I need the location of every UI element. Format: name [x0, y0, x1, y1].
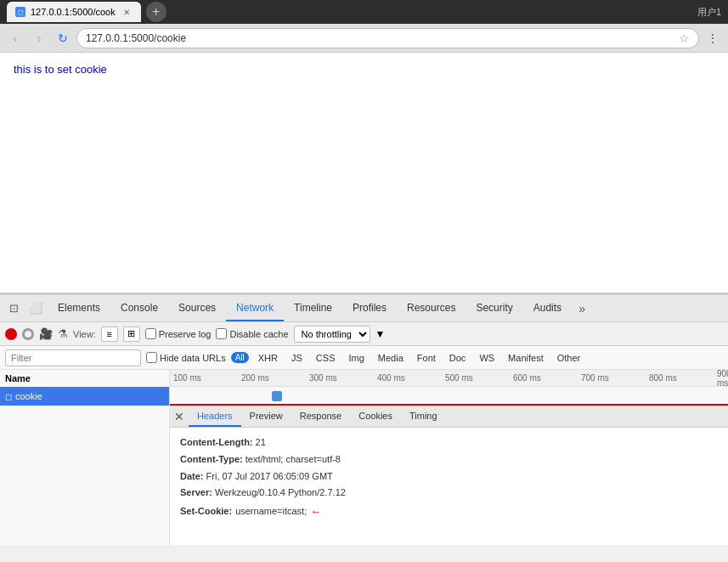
hide-data-urls-label[interactable]: Hide data URLs — [146, 352, 226, 363]
tab-security[interactable]: Security — [466, 295, 522, 321]
tab-audits[interactable]: Audits — [523, 295, 572, 321]
tab-favicon: ◻ — [15, 7, 25, 17]
user-label: 用户1 — [697, 6, 721, 19]
bookmark-button[interactable]: ☆ — [679, 31, 690, 45]
tab-network[interactable]: Network — [226, 295, 284, 321]
devtools-tabbar: ⊡ ⬜ Elements Console Sources Network Tim… — [0, 295, 728, 322]
filter-ws[interactable]: WS — [475, 351, 499, 365]
waterfall-bar-cookie — [170, 387, 728, 406]
waterfall-bar — [272, 391, 282, 401]
tick-800ms: 800 ms — [649, 373, 677, 383]
tab-profiles[interactable]: Profiles — [342, 295, 397, 321]
menu-button[interactable]: ⋮ — [703, 28, 723, 48]
title-bar-left: ◻ 127.0.0.1:5000/cook ✕ + — [7, 2, 166, 22]
detail-tab-preview[interactable]: Preview — [241, 406, 291, 427]
stop-button[interactable] — [22, 328, 34, 340]
detail-content: Content-Length: 21 Content-Type: text/ht… — [170, 428, 728, 545]
tick-600ms: 600 ms — [513, 373, 541, 383]
detail-close-button[interactable]: ✕ — [170, 407, 189, 426]
waterfall-area: 100 ms 200 ms 300 ms 400 ms 500 ms 600 m… — [170, 370, 728, 545]
forward-button[interactable]: › — [29, 28, 49, 48]
nav-bar: ‹ › ↻ 127.0.0.1:5000/cookie ☆ ⋮ — [0, 24, 728, 53]
tab-resources[interactable]: Resources — [397, 295, 466, 321]
title-bar: ◻ 127.0.0.1:5000/cook ✕ + 用户1 — [0, 0, 728, 24]
waterfall-timeline: 100 ms 200 ms 300 ms 400 ms 500 ms 600 m… — [170, 370, 728, 387]
disable-cache-label[interactable]: Disable cache — [216, 328, 288, 339]
header-date: Date: Fri, 07 Jul 2017 06:05:09 GMT — [180, 468, 718, 485]
tab-close-btn[interactable]: ✕ — [121, 6, 133, 18]
browser-tab[interactable]: ◻ 127.0.0.1:5000/cook ✕ — [7, 2, 141, 22]
throttle-arrow: ▼ — [375, 328, 386, 340]
row-name: cookie — [15, 391, 42, 401]
tab-timeline[interactable]: Timeline — [284, 295, 342, 321]
tab-console[interactable]: Console — [110, 295, 168, 321]
tick-700ms: 700 ms — [581, 373, 609, 383]
back-button[interactable]: ‹ — [5, 28, 25, 48]
address-text: 127.0.0.1:5000/cookie — [86, 32, 679, 44]
tab-elements[interactable]: Elements — [48, 295, 110, 321]
detail-tab-timing[interactable]: Timing — [401, 406, 446, 427]
page-main-text: this is to set cookie — [14, 63, 107, 76]
header-server: Server: Werkzeug/0.10.4 Python/2.7.12 — [180, 485, 718, 502]
preserve-log-label[interactable]: Preserve log — [145, 328, 212, 339]
name-col-header: Name — [0, 370, 170, 387]
new-tab-button[interactable]: + — [146, 2, 166, 22]
tab-title: 127.0.0.1:5000/cook — [31, 7, 116, 17]
filter-bar: Hide data URLs All XHR JS CSS Img Media … — [0, 346, 728, 370]
devtools-panel: ⊡ ⬜ Elements Console Sources Network Tim… — [0, 293, 728, 545]
filter-css[interactable]: CSS — [312, 351, 340, 365]
screenshot-icon[interactable]: 🎥 — [39, 327, 53, 340]
record-button[interactable] — [5, 328, 17, 340]
header-content-type: Content-Type: text/html; charset=utf-8 — [180, 451, 718, 468]
network-row-cookie[interactable]: ◻ cookie — [0, 387, 169, 406]
header-content-length: Content-Length: 21 — [180, 434, 718, 451]
devtools-inspect-icon[interactable]: ⊡ — [3, 298, 24, 319]
tick-100ms: 100 ms — [173, 373, 201, 383]
tick-900ms: 900 ms — [717, 370, 728, 388]
devtools-more-tabs[interactable]: » — [573, 298, 590, 319]
network-toolbar: 🎥 ⚗ View: ≡ ⊞ Preserve log Disable cache… — [0, 322, 728, 346]
filter-media[interactable]: Media — [374, 351, 408, 365]
list-view-button[interactable]: ≡ — [101, 326, 118, 342]
preserve-log-checkbox[interactable] — [145, 328, 156, 339]
tick-300ms: 300 ms — [309, 373, 337, 383]
devtools-responsive-icon[interactable]: ⬜ — [25, 298, 46, 319]
hide-data-urls-checkbox[interactable] — [146, 352, 157, 363]
red-arrow-annotation: ← — [310, 502, 321, 521]
request-detail-panel: ✕ Headers Preview Response Cookies Timin… — [170, 404, 728, 545]
filter-font[interactable]: Font — [413, 351, 440, 365]
filter-icon[interactable]: ⚗ — [58, 327, 68, 340]
devtools-tabs: Elements Console Sources Network Timelin… — [48, 295, 572, 321]
detail-tab-response[interactable]: Response — [291, 406, 351, 427]
filter-doc[interactable]: Doc — [445, 351, 471, 365]
tick-200ms: 200 ms — [241, 373, 269, 383]
detail-tab-headers[interactable]: Headers — [189, 406, 241, 427]
page-content: this is to set cookie — [0, 53, 728, 293]
throttle-select[interactable]: No throttling — [294, 326, 370, 343]
tick-500ms: 500 ms — [445, 373, 473, 383]
network-body: Name ◻ cookie 100 ms 200 ms 300 ms 400 m… — [0, 370, 728, 545]
view-label: View: — [73, 329, 96, 339]
filter-other[interactable]: Other — [553, 351, 585, 365]
filter-js[interactable]: JS — [287, 351, 307, 365]
detail-tabs: ✕ Headers Preview Response Cookies Timin… — [170, 406, 728, 428]
filter-xhr[interactable]: XHR — [254, 351, 282, 365]
filter-img[interactable]: Img — [344, 351, 368, 365]
detail-tab-cookies[interactable]: Cookies — [350, 406, 401, 427]
group-view-button[interactable]: ⊞ — [123, 326, 140, 342]
address-bar[interactable]: 127.0.0.1:5000/cookie ☆ — [76, 28, 699, 48]
header-set-cookie: Set-Cookie: username=itcast; ← — [180, 502, 718, 521]
filter-input[interactable] — [5, 349, 141, 366]
refresh-button[interactable]: ↻ — [53, 28, 73, 48]
row-icon: ◻ — [5, 392, 12, 401]
tab-sources[interactable]: Sources — [168, 295, 226, 321]
tick-400ms: 400 ms — [377, 373, 405, 383]
disable-cache-checkbox[interactable] — [216, 328, 227, 339]
filter-manifest[interactable]: Manifest — [504, 351, 548, 365]
filter-all-badge[interactable]: All — [231, 352, 249, 363]
